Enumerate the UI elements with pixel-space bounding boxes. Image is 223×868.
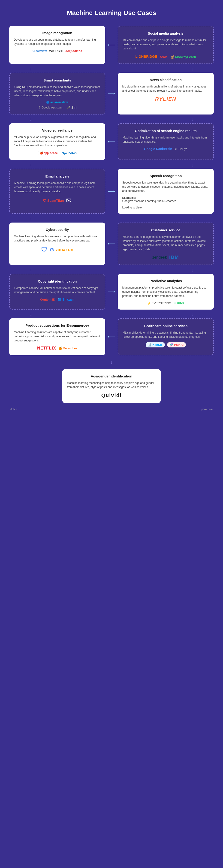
card-body: Machine Learning algorithms analyze cust… [123,235,209,251]
card-title: Predictive analytics [122,279,209,283]
card-title: Healthcare online services [123,324,209,328]
card-body: Using NLP, smart assistants collect and … [14,85,100,97]
logos-area: LIONBRIDGE scale 🐒 MonkeyLearn [123,54,209,59]
card-body: Machine learning algorithms can learn us… [123,135,209,144]
logo-rankbrain: Google RankBrain [144,147,172,151]
logos-area: RYLIEN [122,96,209,102]
card-body: ML can help develop complex algorithms f… [14,135,101,148]
shield-icon: 🛡 [41,246,47,253]
logo-pathai: 🧬 PathAI [167,342,186,347]
card-title: Age/gender identification [67,374,156,378]
card-title: Product suggestions for E-commercev [14,323,101,327]
card-title: Speech recognition [122,174,209,178]
logo-recombee: 🍊 Recombee [58,346,77,350]
row-4: Email analysis Machine Learning techniqu… [9,169,214,214]
card-title: Customer service [123,228,209,232]
logos-area: 🔵 amazon alexa 🎙 Google Assistant 🎤 Siri [14,101,100,110]
logo-amazon: amazon [56,247,73,252]
row-2: Smart assistants Using NLP, smart assist… [9,73,214,115]
logo-spamtitan: 🛡 SpamTitan [43,199,64,203]
logos-area: Content ID 🔵 Shazam [14,298,100,301]
arrows-row-1: ↓ ↓ [9,66,214,71]
card-title: Copyright identification [14,279,100,283]
logos-area: 🛡 G amazon [14,246,101,253]
arrow-down-right: ↓ [191,162,193,167]
logo-shazam: 🔵 Shazam [58,298,74,301]
card-body: Speech recognition tools use Machine Lea… [122,181,209,193]
logo-netflix: NETFLIX [37,346,56,351]
logo-tineye: 👁 TinEye [174,147,187,151]
mid-arrow-4: ⟶ [105,169,118,214]
row-6: Copyright identification Companies can u… [9,274,214,310]
mid-arrow-3: ⟵ [105,123,118,160]
logo-everstring: ⚡ EVERSTRING [147,302,171,305]
row-1: Image recognition Developers use an open… [9,26,214,64]
arrows-row-3: ↓ ↓ [9,162,214,167]
logos-area: Quividi [67,393,156,398]
card-body: Machine Learning techniques can analyze … [14,181,100,193]
card-title: Email analysis [14,174,100,178]
logo-scale: scale [160,55,168,59]
card-speech-recognition: Speech recognition Speech recognition to… [118,169,214,214]
arrows-row-6: ↓ ↓ [9,312,214,317]
card-email-analysis: Email analysis Machine Learning techniqu… [9,169,105,214]
logos-area: 🛡 SpamTitan ✉ [14,197,100,204]
logo-rylien: RYLIEN [155,96,177,102]
row-5: Cybersecurity Machine Learning allows bu… [9,222,214,265]
logos-area: zendesk IBM [123,255,209,260]
mid-arrow-1: ⟵ [105,26,118,64]
logo-alexa: 🔵 amazon alexa [46,101,68,104]
logos-area: ⚡ EVERSTRING ✦ infer [122,301,209,305]
card-title: Smart assistants [14,78,100,82]
footer-left: Jelvix [10,408,17,410]
logo-email-icon: ✉ [66,197,71,204]
card-title: News classification [122,78,209,82]
section-divider-8: ↓ [9,358,214,367]
logos-area: NETFLIX 🍊 Recombee [14,346,101,351]
card-product-suggestions: Product suggestions for E-commercev Mach… [9,318,105,355]
arrow-down-left: ↓ [30,66,32,71]
arrow-down-right: ↓ [191,216,193,221]
mid-arrow-2: ⟶ [105,73,118,115]
card-body: ML algorithms can run through millions o… [122,85,209,93]
card-body: ML can analyze and compare a single mess… [123,38,209,51]
speech-examples: Examples: Google's Machine Learning Audi… [122,196,209,209]
logo-google-assistant: 🎙 Google Assistant [38,106,62,109]
logo-openvino: OpenVINO [62,151,77,155]
logo-google: G [50,247,54,253]
page-wrapper: Machine Learning Use Cases Image recogni… [0,0,223,420]
card-body: ML simplifies determining a diagnosis, f… [123,331,209,339]
logo-contentid: Content ID [40,298,55,301]
arrow-down-right: ↓ [191,117,193,122]
arrows-row-2: ↓ ↓ [9,117,214,122]
logo-applerose: 🍎 apple.rose [38,151,59,155]
logo-deepomatic: deepomatic [65,49,82,53]
card-healthcare: Healthcare online services ML simplifies… [118,318,214,355]
arrows-row-5: ↓ ↓ [9,267,214,273]
card-title: Cybersecurity [14,228,101,231]
card-body: Machine learning technologies help to id… [67,381,156,389]
card-age-gender: Age/gender identification Machine learni… [62,369,160,403]
logos-area: Google RankBrain 👁 TinEye [123,147,209,151]
arrow-down-left: ↓ [30,162,32,167]
logo-ibm: IBM [169,255,179,260]
logo-infer: ✦ infer [173,301,184,305]
card-body: Machine Learning allows businesses to be… [14,234,101,243]
card-cybersecurity: Cybersecurity Machine Learning allows bu… [9,222,105,265]
card-predictive-analytics: Predictive analytics Management platform… [118,274,214,310]
card-title: Image recognition [14,31,101,35]
arrow-down-left: ↓ [30,267,32,273]
arrows-row-4: ↓ ↓ [9,216,214,221]
logo-quividi: Quividi [101,393,122,398]
arrow-down-right: ↓ [191,312,193,317]
arrow-down-center: ↓ [110,359,113,365]
card-customer-service: Customer service Machine Learning algori… [118,222,214,265]
logo-monkeylearn: 🐒 MonkeyLearn [170,55,196,59]
mid-arrow-7: ⟵ [105,318,118,355]
mid-arrow-6: ⟶ [105,274,118,310]
logo-clearview: ClearView [33,49,47,53]
logos-area: 🍎 apple.rose OpenVINO [14,151,101,155]
page-title: Machine Learning Use Cases [9,7,214,19]
card-body: Companies can use ML neural networks to … [14,286,100,294]
card-title: Social media analysis [123,31,209,35]
